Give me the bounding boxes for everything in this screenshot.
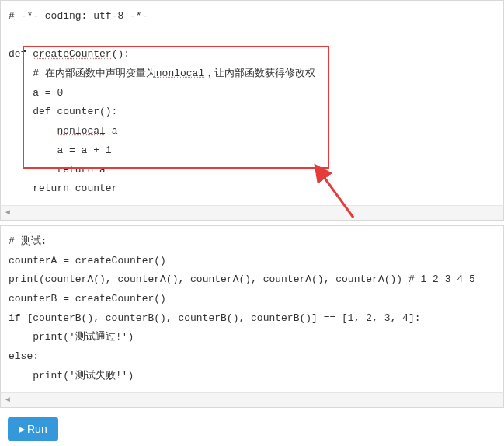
code-line: if [counterB(), counterB(), counterB(), … (9, 312, 421, 324)
horizontal-scrollbar[interactable]: ◄ (0, 205, 504, 221)
code-content-1: # -*- coding: utf-8 -*- def createCounte… (9, 7, 495, 199)
code-line: a = 0 (9, 87, 63, 99)
identifier-underline: nonlocal (156, 68, 204, 79)
code-line: return a (9, 164, 106, 176)
horizontal-scrollbar[interactable]: ◄ (0, 392, 504, 408)
code-content-2: # 测试: counterA = createCounter() print(c… (9, 232, 495, 386)
code-line: a = a + 1 (9, 145, 112, 156)
code-line: counterB = createCounter() (9, 293, 166, 305)
code-line: counterA = createCounter() (9, 255, 166, 267)
code-editor-1[interactable]: # -*- coding: utf-8 -*- def createCounte… (0, 0, 504, 205)
run-button[interactable]: ▶ Run (8, 417, 58, 441)
code-editor-2[interactable]: # 测试: counterA = createCounter() print(c… (0, 225, 504, 393)
scroll-left-icon: ◄ (2, 207, 13, 218)
code-line: # 测试: (9, 235, 47, 247)
code-line: def createCounter(): (9, 48, 130, 60)
play-icon: ▶ (19, 424, 25, 434)
code-line: return counter (9, 183, 117, 194)
code-line: print('测试失败!') (9, 370, 134, 382)
code-line: # -*- coding: utf-8 -*- (9, 10, 148, 22)
code-line: print('测试通过!') (9, 331, 134, 343)
run-button-label: Run (27, 423, 47, 435)
code-line: # 在内部函数中声明变量为nonlocal，让内部函数获得修改权 (9, 68, 315, 79)
scroll-left-icon: ◄ (2, 395, 13, 406)
code-line: print(counterA(), counterA(), counterA()… (9, 274, 475, 285)
identifier-underline: createCounter (33, 48, 111, 60)
code-line: nonlocal a (9, 125, 117, 137)
identifier-underline: nonlocal (57, 125, 105, 137)
code-line: else: (9, 350, 39, 362)
code-line: def counter(): (9, 106, 117, 117)
